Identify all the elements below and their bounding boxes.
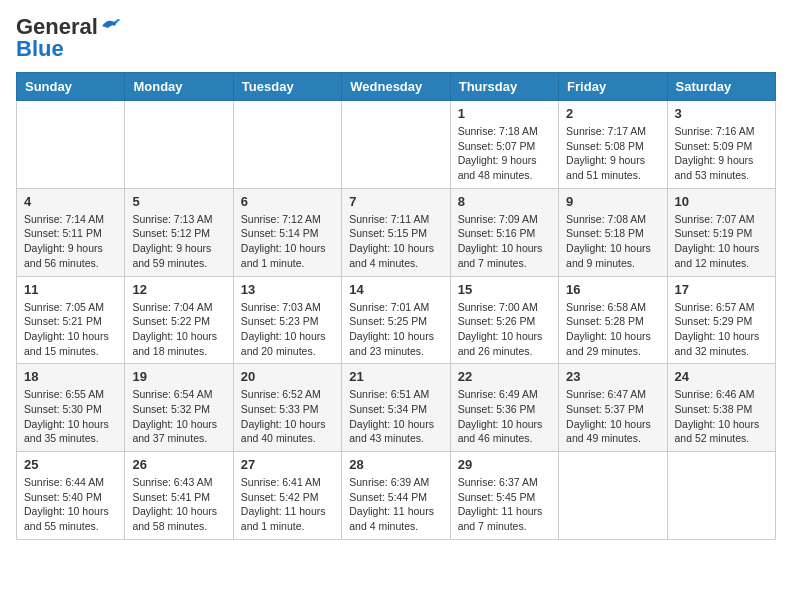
calendar-cell: 22Sunrise: 6:49 AM Sunset: 5:36 PM Dayli… — [450, 364, 558, 452]
day-info: Sunrise: 6:54 AM Sunset: 5:32 PM Dayligh… — [132, 388, 217, 444]
day-header-saturday: Saturday — [667, 73, 775, 101]
calendar-week-row: 4Sunrise: 7:14 AM Sunset: 5:11 PM Daylig… — [17, 188, 776, 276]
day-info: Sunrise: 7:18 AM Sunset: 5:07 PM Dayligh… — [458, 125, 538, 181]
day-number: 25 — [24, 457, 117, 472]
day-number: 28 — [349, 457, 442, 472]
day-info: Sunrise: 7:07 AM Sunset: 5:19 PM Dayligh… — [675, 213, 760, 269]
day-number: 3 — [675, 106, 768, 121]
calendar-cell: 21Sunrise: 6:51 AM Sunset: 5:34 PM Dayli… — [342, 364, 450, 452]
calendar-week-row: 18Sunrise: 6:55 AM Sunset: 5:30 PM Dayli… — [17, 364, 776, 452]
calendar-cell — [559, 452, 667, 540]
calendar-cell: 19Sunrise: 6:54 AM Sunset: 5:32 PM Dayli… — [125, 364, 233, 452]
calendar-cell: 7Sunrise: 7:11 AM Sunset: 5:15 PM Daylig… — [342, 188, 450, 276]
day-info: Sunrise: 6:58 AM Sunset: 5:28 PM Dayligh… — [566, 301, 651, 357]
logo: General Blue — [16, 16, 122, 60]
day-number: 1 — [458, 106, 551, 121]
day-number: 29 — [458, 457, 551, 472]
day-info: Sunrise: 6:49 AM Sunset: 5:36 PM Dayligh… — [458, 388, 543, 444]
day-number: 17 — [675, 282, 768, 297]
day-header-monday: Monday — [125, 73, 233, 101]
day-info: Sunrise: 7:03 AM Sunset: 5:23 PM Dayligh… — [241, 301, 326, 357]
day-number: 6 — [241, 194, 334, 209]
day-info: Sunrise: 6:57 AM Sunset: 5:29 PM Dayligh… — [675, 301, 760, 357]
calendar-cell: 4Sunrise: 7:14 AM Sunset: 5:11 PM Daylig… — [17, 188, 125, 276]
calendar-header-row: SundayMondayTuesdayWednesdayThursdayFrid… — [17, 73, 776, 101]
calendar-cell: 10Sunrise: 7:07 AM Sunset: 5:19 PM Dayli… — [667, 188, 775, 276]
calendar-cell: 17Sunrise: 6:57 AM Sunset: 5:29 PM Dayli… — [667, 276, 775, 364]
day-info: Sunrise: 7:17 AM Sunset: 5:08 PM Dayligh… — [566, 125, 646, 181]
calendar-cell: 29Sunrise: 6:37 AM Sunset: 5:45 PM Dayli… — [450, 452, 558, 540]
calendar-cell: 3Sunrise: 7:16 AM Sunset: 5:09 PM Daylig… — [667, 101, 775, 189]
day-header-sunday: Sunday — [17, 73, 125, 101]
calendar-cell: 1Sunrise: 7:18 AM Sunset: 5:07 PM Daylig… — [450, 101, 558, 189]
day-number: 14 — [349, 282, 442, 297]
logo-general-text: General — [16, 16, 98, 38]
calendar-cell — [233, 101, 341, 189]
day-number: 20 — [241, 369, 334, 384]
day-header-thursday: Thursday — [450, 73, 558, 101]
calendar-cell — [667, 452, 775, 540]
day-info: Sunrise: 7:11 AM Sunset: 5:15 PM Dayligh… — [349, 213, 434, 269]
calendar-cell: 11Sunrise: 7:05 AM Sunset: 5:21 PM Dayli… — [17, 276, 125, 364]
calendar-cell: 13Sunrise: 7:03 AM Sunset: 5:23 PM Dayli… — [233, 276, 341, 364]
calendar-cell: 16Sunrise: 6:58 AM Sunset: 5:28 PM Dayli… — [559, 276, 667, 364]
day-info: Sunrise: 7:05 AM Sunset: 5:21 PM Dayligh… — [24, 301, 109, 357]
day-info: Sunrise: 6:52 AM Sunset: 5:33 PM Dayligh… — [241, 388, 326, 444]
day-info: Sunrise: 7:00 AM Sunset: 5:26 PM Dayligh… — [458, 301, 543, 357]
day-info: Sunrise: 6:47 AM Sunset: 5:37 PM Dayligh… — [566, 388, 651, 444]
day-number: 2 — [566, 106, 659, 121]
calendar-cell: 18Sunrise: 6:55 AM Sunset: 5:30 PM Dayli… — [17, 364, 125, 452]
day-number: 16 — [566, 282, 659, 297]
calendar-cell: 28Sunrise: 6:39 AM Sunset: 5:44 PM Dayli… — [342, 452, 450, 540]
day-info: Sunrise: 7:08 AM Sunset: 5:18 PM Dayligh… — [566, 213, 651, 269]
day-number: 11 — [24, 282, 117, 297]
calendar-table: SundayMondayTuesdayWednesdayThursdayFrid… — [16, 72, 776, 540]
calendar-cell: 20Sunrise: 6:52 AM Sunset: 5:33 PM Dayli… — [233, 364, 341, 452]
calendar-cell: 25Sunrise: 6:44 AM Sunset: 5:40 PM Dayli… — [17, 452, 125, 540]
day-info: Sunrise: 6:37 AM Sunset: 5:45 PM Dayligh… — [458, 476, 543, 532]
day-info: Sunrise: 6:43 AM Sunset: 5:41 PM Dayligh… — [132, 476, 217, 532]
day-number: 5 — [132, 194, 225, 209]
day-number: 12 — [132, 282, 225, 297]
day-info: Sunrise: 6:39 AM Sunset: 5:44 PM Dayligh… — [349, 476, 434, 532]
day-number: 13 — [241, 282, 334, 297]
day-info: Sunrise: 7:12 AM Sunset: 5:14 PM Dayligh… — [241, 213, 326, 269]
day-header-wednesday: Wednesday — [342, 73, 450, 101]
day-info: Sunrise: 6:41 AM Sunset: 5:42 PM Dayligh… — [241, 476, 326, 532]
day-info: Sunrise: 6:44 AM Sunset: 5:40 PM Dayligh… — [24, 476, 109, 532]
header: General Blue — [16, 16, 776, 60]
calendar-cell: 8Sunrise: 7:09 AM Sunset: 5:16 PM Daylig… — [450, 188, 558, 276]
day-number: 8 — [458, 194, 551, 209]
day-number: 10 — [675, 194, 768, 209]
day-info: Sunrise: 6:55 AM Sunset: 5:30 PM Dayligh… — [24, 388, 109, 444]
calendar-cell: 24Sunrise: 6:46 AM Sunset: 5:38 PM Dayli… — [667, 364, 775, 452]
day-info: Sunrise: 6:46 AM Sunset: 5:38 PM Dayligh… — [675, 388, 760, 444]
day-info: Sunrise: 7:13 AM Sunset: 5:12 PM Dayligh… — [132, 213, 212, 269]
day-info: Sunrise: 7:04 AM Sunset: 5:22 PM Dayligh… — [132, 301, 217, 357]
day-header-tuesday: Tuesday — [233, 73, 341, 101]
day-info: Sunrise: 6:51 AM Sunset: 5:34 PM Dayligh… — [349, 388, 434, 444]
logo-blue-text: Blue — [16, 38, 64, 60]
calendar-week-row: 11Sunrise: 7:05 AM Sunset: 5:21 PM Dayli… — [17, 276, 776, 364]
calendar-cell — [342, 101, 450, 189]
day-number: 26 — [132, 457, 225, 472]
calendar-cell: 14Sunrise: 7:01 AM Sunset: 5:25 PM Dayli… — [342, 276, 450, 364]
calendar-cell — [17, 101, 125, 189]
day-number: 4 — [24, 194, 117, 209]
day-number: 9 — [566, 194, 659, 209]
calendar-cell — [125, 101, 233, 189]
calendar-cell: 15Sunrise: 7:00 AM Sunset: 5:26 PM Dayli… — [450, 276, 558, 364]
day-number: 15 — [458, 282, 551, 297]
day-header-friday: Friday — [559, 73, 667, 101]
day-info: Sunrise: 7:14 AM Sunset: 5:11 PM Dayligh… — [24, 213, 104, 269]
day-number: 27 — [241, 457, 334, 472]
calendar-cell: 26Sunrise: 6:43 AM Sunset: 5:41 PM Dayli… — [125, 452, 233, 540]
calendar-week-row: 1Sunrise: 7:18 AM Sunset: 5:07 PM Daylig… — [17, 101, 776, 189]
day-number: 21 — [349, 369, 442, 384]
day-info: Sunrise: 7:01 AM Sunset: 5:25 PM Dayligh… — [349, 301, 434, 357]
day-number: 24 — [675, 369, 768, 384]
logo-bird-icon — [100, 16, 122, 36]
calendar-cell: 23Sunrise: 6:47 AM Sunset: 5:37 PM Dayli… — [559, 364, 667, 452]
day-number: 19 — [132, 369, 225, 384]
calendar-cell: 9Sunrise: 7:08 AM Sunset: 5:18 PM Daylig… — [559, 188, 667, 276]
